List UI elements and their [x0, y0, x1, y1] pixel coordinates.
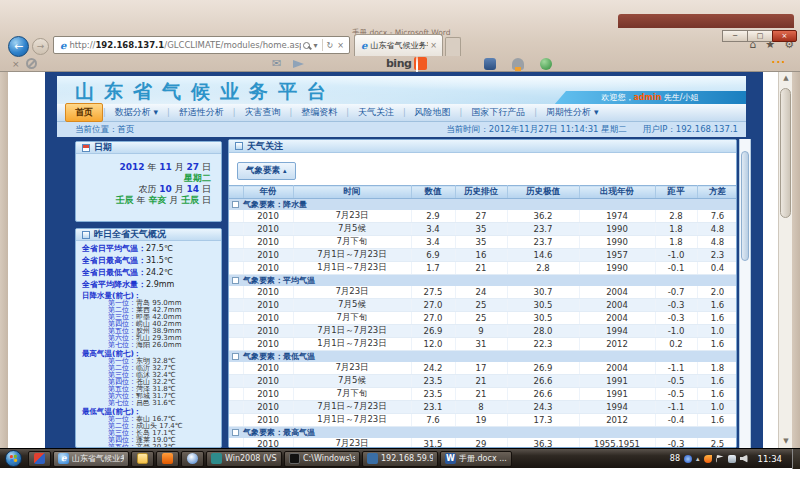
globe-icon[interactable] — [540, 58, 552, 70]
cell: 7月下旬 — [293, 388, 411, 401]
group-checkbox[interactable] — [232, 277, 239, 284]
nav-item-3[interactable]: 灾害查询 — [236, 104, 290, 121]
back-button[interactable]: ← — [8, 36, 29, 57]
tab-close-icon[interactable]: × — [428, 41, 439, 50]
table-row[interactable]: 20107月1日～7月23日23.1824.31994-1.11.0 — [229, 401, 737, 414]
mail-icon[interactable]: ✉ — [272, 57, 281, 70]
cell: 2004 — [579, 299, 655, 312]
camera-icon[interactable] — [484, 58, 496, 70]
send-plane-icon[interactable] — [293, 60, 304, 68]
cell: 1.6 — [697, 299, 737, 312]
cell: 7月23日 — [293, 210, 411, 223]
table-row[interactable]: 20107月下旬23.52126.61991-0.51.6 — [229, 388, 737, 401]
browser-tab[interactable]: e 山东省气候业务平... × — [354, 34, 443, 56]
network-icon[interactable] — [728, 455, 736, 463]
show-desktop-button[interactable] — [792, 449, 800, 469]
tray-expand-icon[interactable]: ▴ — [696, 455, 700, 463]
stop-icon[interactable]: × — [337, 41, 344, 50]
forward-button[interactable]: → — [32, 38, 49, 55]
table-row[interactable]: 20107月23日27.52430.72004-0.72.0 — [229, 286, 737, 299]
taskbar-button-explorer[interactable] — [131, 451, 154, 467]
close-button[interactable]: × — [772, 30, 797, 42]
cell: 36.2 — [507, 210, 579, 223]
nav-item-5[interactable]: 天气关注 — [349, 104, 403, 121]
address-bar[interactable]: e http://192.168.137.1/GLCCLIMATE/module… — [53, 36, 350, 54]
table-row[interactable]: 20101月1日～7月23日12.03122.320120.21.6 — [229, 338, 737, 351]
input-indicator[interactable]: 88 — [670, 454, 680, 463]
browser-scrollbar[interactable]: ▲ ▼ — [778, 72, 792, 448]
site-background: 山东省气候业务平台 欢迎您，admin 先生/小姐 首页|数据分析 ▾|舒适性分… — [45, 72, 763, 448]
scroll-up-icon[interactable]: ▲ — [779, 72, 792, 85]
nav-item-1[interactable]: 数据分析 ▾ — [106, 104, 167, 121]
tray-fire-icon[interactable] — [704, 455, 712, 463]
new-tab-button[interactable] — [445, 37, 461, 56]
toolbar-close-icon[interactable]: × — [12, 59, 20, 69]
date-panel-title: 日期 — [94, 141, 112, 154]
group-row-3[interactable]: 气象要素：最高气温 — [229, 427, 737, 439]
taskbar-button-ie-window[interactable]: e山东省气候业务平... — [53, 451, 129, 467]
bing-logo[interactable]: bing — [386, 57, 411, 70]
speaker-icon[interactable] — [740, 455, 748, 463]
taskbar-button-cmd-window[interactable]: C:\Windows\s... — [284, 451, 360, 467]
group-checkbox[interactable] — [232, 353, 239, 360]
table-row[interactable]: 20101月1日～7月23日7.61917.32012-0.41.6 — [229, 414, 737, 427]
cmd-icon — [289, 453, 300, 464]
panel-scrollbar[interactable] — [739, 139, 751, 448]
cell: 27.0 — [411, 299, 455, 312]
taskbar-button-word-window[interactable]: W手册.docx ... — [440, 451, 512, 467]
table-row[interactable]: 20107月23日2.92736.219742.87.6 — [229, 210, 737, 223]
cell: 23.1 — [411, 401, 455, 414]
table-row[interactable]: 20107月下旬27.02530.52004-0.31.6 — [229, 312, 737, 325]
group-row-1[interactable]: 气象要素：平均气温 — [229, 275, 737, 287]
table-row[interactable]: 20107月1日～7月23日6.91614.61957-1.02.3 — [229, 249, 737, 262]
taskbar-clock[interactable]: 11:34 — [752, 454, 789, 464]
table-row[interactable]: 20107月23日31.52936.31955,1951-0.32.5 — [229, 438, 737, 448]
group-checkbox[interactable] — [232, 429, 239, 436]
taskbar-button-vm-window[interactable]: Win2008 (VS2... — [206, 451, 282, 467]
panel-scrollbar-thumb[interactable] — [741, 151, 749, 261]
taskbar-button-rdp-window[interactable]: 192.168.59.99... — [362, 451, 438, 467]
table-row[interactable]: 20107月下旬3.43523.719901.84.8 — [229, 236, 737, 249]
nav-item-4[interactable]: 整编资料 — [292, 104, 346, 121]
chevron-down-icon[interactable]: ▾ — [314, 41, 318, 50]
cell: 25 — [455, 299, 507, 312]
person-icon[interactable] — [512, 58, 524, 70]
taskbar-button-media-app[interactable] — [181, 451, 204, 467]
pin-icon — [34, 453, 45, 464]
refresh-icon[interactable]: ↻ — [327, 41, 334, 50]
calendar-icon — [82, 144, 90, 152]
taskbar-button-orange-app[interactable] — [156, 451, 179, 467]
search-icon[interactable] — [303, 42, 310, 49]
cell: -0.3 — [655, 312, 697, 325]
scroll-down-icon[interactable]: ▼ — [779, 435, 792, 448]
tray-blue-icon[interactable] — [684, 455, 692, 463]
element-filter-button[interactable]: 气象要素 ▴ — [237, 162, 296, 180]
nav-item-8[interactable]: 周期性分析 ▾ — [537, 104, 607, 121]
maximize-button[interactable]: □ — [747, 30, 772, 42]
table-row[interactable]: 20107月5候23.52126.61991-0.51.6 — [229, 375, 737, 388]
table-row[interactable]: 20107月5候3.43523.719901.84.8 — [229, 223, 737, 236]
table-row[interactable]: 20107月5候27.02530.52004-0.31.6 — [229, 299, 737, 312]
nav-item-7[interactable]: 国家下行产品 — [462, 104, 534, 121]
taskbar-button-pinned-app[interactable] — [28, 451, 51, 467]
more-options-icon[interactable]: ··· — [772, 57, 786, 68]
start-button[interactable] — [5, 450, 22, 467]
cell: -1.0 — [655, 249, 697, 262]
table-row[interactable]: 20107月1日～7月23日26.9928.01994-1.01.0 — [229, 325, 737, 338]
nav-item-2[interactable]: 舒适性分析 — [170, 104, 233, 121]
browser-scrollbar-thumb[interactable] — [780, 88, 791, 218]
cell: 2.9 — [411, 210, 455, 223]
group-row-2[interactable]: 气象要素：最低气温 — [229, 351, 737, 363]
cell: 26.9 — [411, 325, 455, 338]
cell: 3.4 — [411, 236, 455, 249]
group-row-0[interactable]: 气象要素：降水量 — [229, 199, 737, 211]
group-checkbox[interactable] — [232, 201, 239, 208]
minimize-button[interactable]: ─ — [722, 30, 747, 42]
bing-search-icon[interactable] — [414, 57, 427, 70]
tray-flag-icon[interactable] — [716, 455, 724, 463]
table-row[interactable]: 20107月23日24.21726.92004-1.11.8 — [229, 362, 737, 375]
table-row[interactable]: 20101月1日～7月23日1.7212.81990-0.10.4 — [229, 262, 737, 275]
nav-item-0[interactable]: 首页 — [65, 103, 103, 122]
dropdown-up-icon: ▴ — [283, 167, 287, 175]
nav-item-6[interactable]: 风险地图 — [406, 104, 460, 121]
